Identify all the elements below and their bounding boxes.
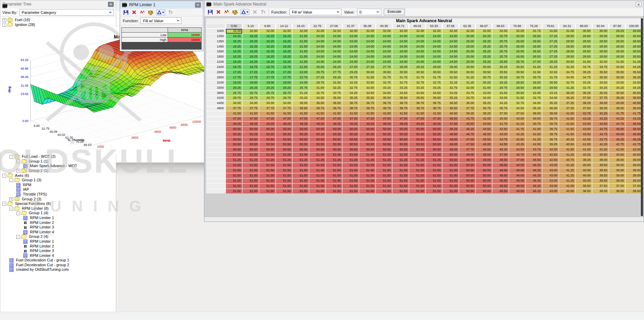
grid-cell[interactable]: 50.50 bbox=[359, 147, 375, 152]
tree-item-fuel-16-[interactable]: +Fuel (16) bbox=[0, 18, 116, 23]
grid-cell[interactable]: 44.50 bbox=[476, 127, 492, 132]
grid-cell[interactable]: 33.25 bbox=[409, 86, 425, 90]
grid-cell[interactable]: 28.50 bbox=[576, 54, 592, 59]
grid-cell[interactable]: 51.50 bbox=[392, 163, 409, 168]
grid-cell[interactable]: 24.00 bbox=[409, 39, 425, 44]
filter-disabled-icon[interactable] bbox=[260, 9, 266, 15]
tree-item-rpm-limiter-4[interactable]: RPM Limiter 4 bbox=[0, 230, 116, 235]
grid-cell[interactable]: 51.50 bbox=[426, 179, 442, 183]
grid-cell[interactable]: 51.00 bbox=[293, 153, 309, 157]
grid-cell[interactable]: 37.50 bbox=[576, 106, 592, 111]
grid-cell[interactable]: 43.75 bbox=[526, 147, 542, 152]
grid-cell[interactable]: 30.50 bbox=[509, 91, 525, 96]
grid-cell[interactable]: 32.00 bbox=[276, 29, 292, 34]
grid-cell[interactable]: 32.00 bbox=[459, 29, 475, 34]
grid-cell[interactable]: 39.25 bbox=[576, 158, 592, 163]
grid-cell[interactable]: 35.50 bbox=[376, 96, 392, 101]
grid-cell[interactable]: 28.50 bbox=[592, 34, 609, 39]
grid-cell[interactable]: 36.75 bbox=[359, 101, 375, 106]
grid-cell[interactable]: 33.00 bbox=[359, 86, 375, 90]
grid-cell[interactable]: 32.00 bbox=[476, 29, 492, 34]
grid-cell[interactable]: 21.50 bbox=[293, 49, 309, 54]
grid-cell[interactable]: 21.50 bbox=[293, 44, 309, 49]
grid-cell[interactable]: 50.25 bbox=[293, 132, 309, 137]
row-header-3100[interactable]: 3100 bbox=[206, 80, 226, 85]
grid-cell[interactable]: 35.50 bbox=[359, 96, 375, 101]
col-header-88.63[interactable]: 88.63 bbox=[576, 24, 592, 28]
grid-cell[interactable]: 29.75 bbox=[259, 96, 276, 101]
grid-cell[interactable]: 29.50 bbox=[459, 65, 475, 70]
grid-cell[interactable]: 50.50 bbox=[326, 142, 342, 147]
grid-cell[interactable]: 37.00 bbox=[576, 96, 592, 101]
grid-cell[interactable]: 38.75 bbox=[392, 106, 409, 111]
grid-cell[interactable]: 51.00 bbox=[326, 153, 342, 157]
grid-cell[interactable]: 39.00 bbox=[592, 158, 609, 163]
grid-cell[interactable]: 34.25 bbox=[342, 91, 359, 96]
grid-cell[interactable]: 32.00 bbox=[326, 29, 342, 34]
grid-cell[interactable]: 41.25 bbox=[509, 122, 525, 127]
row-header-hidden[interactable] bbox=[206, 189, 226, 194]
grid-cell[interactable]: 34.25 bbox=[626, 65, 642, 70]
grid-cell[interactable]: 51.25 bbox=[376, 158, 392, 163]
row-header-3800[interactable]: 3800 bbox=[206, 91, 226, 96]
grid-cell[interactable]: 24.00 bbox=[326, 54, 342, 59]
grid-cell[interactable]: 45.50 bbox=[626, 122, 642, 127]
grid-cell[interactable]: 50.25 bbox=[376, 132, 392, 137]
grid-cell[interactable]: 16.25 bbox=[276, 60, 292, 64]
grid-cell[interactable]: 36.00 bbox=[609, 75, 625, 80]
grid-cell[interactable]: 50.50 bbox=[342, 147, 359, 152]
collapse-icon[interactable]: - bbox=[2, 174, 6, 178]
grid-cell[interactable]: 43.75 bbox=[459, 116, 475, 121]
grid-cell[interactable]: 25.00 bbox=[459, 60, 475, 64]
grid-cell[interactable]: 39.00 bbox=[609, 158, 625, 163]
grid-cell[interactable]: 41.25 bbox=[559, 163, 575, 168]
grid-cell[interactable]: 39.00 bbox=[609, 163, 625, 168]
grid-cell[interactable]: 43.00 bbox=[542, 184, 559, 189]
grid-cell[interactable]: 40.00 bbox=[576, 163, 592, 168]
grid-cell[interactable]: 50.50 bbox=[259, 142, 276, 147]
grid-cell[interactable]: 34.25 bbox=[592, 86, 609, 90]
save-icon[interactable] bbox=[207, 9, 213, 15]
grid-cell[interactable]: 31.00 bbox=[309, 86, 325, 90]
grid-cell[interactable]: 31.50 bbox=[576, 60, 592, 64]
grid-cell[interactable]: 21.50 bbox=[293, 34, 309, 39]
grid-cell[interactable]: 26.00 bbox=[509, 44, 525, 49]
grid-cell[interactable]: 49.25 bbox=[259, 122, 276, 127]
grid-cell[interactable]: 32.75 bbox=[392, 80, 409, 85]
grid-cell[interactable]: 16.75 bbox=[259, 65, 276, 70]
row-header-hidden[interactable] bbox=[206, 184, 226, 189]
grid-cell[interactable]: 41.50 bbox=[259, 111, 276, 116]
rpm-limiter-titlebar[interactable]: RPM Limiter 1 ✕ bbox=[120, 1, 203, 9]
grid-cell[interactable]: 17.25 bbox=[243, 70, 259, 75]
grid-cell[interactable]: 41.50 bbox=[359, 111, 375, 116]
row-header-hidden[interactable] bbox=[206, 168, 226, 173]
grid-cell[interactable]: 51.50 bbox=[392, 179, 409, 183]
grid-cell[interactable]: 50.50 bbox=[293, 142, 309, 147]
grid-cell[interactable]: 26.00 bbox=[509, 49, 525, 54]
compare-a-icon[interactable] bbox=[156, 9, 165, 15]
grid-cell[interactable]: 28.50 bbox=[609, 44, 625, 49]
grid-cell[interactable]: 42.25 bbox=[509, 132, 525, 137]
grid-cell[interactable]: 16.25 bbox=[226, 54, 242, 59]
grid-cell[interactable]: 30.75 bbox=[526, 75, 542, 80]
grid-cell[interactable]: 50.50 bbox=[459, 168, 475, 173]
tree-item-group-2-1-[interactable]: +Group 2 (1) bbox=[0, 168, 116, 173]
grid-cell[interactable]: 38.75 bbox=[342, 106, 359, 111]
grid-cell[interactable]: 39.00 bbox=[626, 173, 642, 178]
grid-cell[interactable]: 49.25 bbox=[426, 122, 442, 127]
grid-cell[interactable]: 41.00 bbox=[559, 111, 575, 116]
grid-cell[interactable]: 40.50 bbox=[559, 142, 575, 147]
grid-cell[interactable]: 50.50 bbox=[226, 137, 242, 142]
grid-cell[interactable]: 24.00 bbox=[309, 39, 325, 44]
grid-cell[interactable]: 43.00 bbox=[576, 127, 592, 132]
grid-cell[interactable]: 34.00 bbox=[526, 101, 542, 106]
grid-cell[interactable]: 51.50 bbox=[243, 184, 259, 189]
grid-cell[interactable]: 51.50 bbox=[326, 179, 342, 183]
grid-cell[interactable]: 25.00 bbox=[459, 44, 475, 49]
grid-cell[interactable]: 16.75 bbox=[226, 65, 242, 70]
compare-a-icon[interactable] bbox=[240, 9, 249, 15]
grid-cell[interactable]: 50.50 bbox=[243, 137, 259, 142]
grid-cell[interactable]: 16.25 bbox=[259, 54, 276, 59]
grid-cell[interactable]: 48.00 bbox=[509, 189, 525, 194]
grid-cell[interactable]: 32.50 bbox=[542, 70, 559, 75]
